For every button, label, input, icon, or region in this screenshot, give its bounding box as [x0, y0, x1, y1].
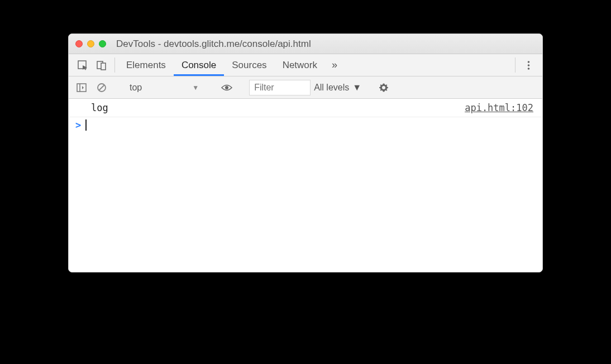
- live-expression-icon[interactable]: [218, 79, 235, 96]
- kebab-menu-icon[interactable]: [519, 54, 538, 76]
- divider: [114, 58, 115, 73]
- inspect-element-icon[interactable]: [73, 54, 92, 76]
- tab-sources[interactable]: Sources: [224, 54, 274, 76]
- log-entry[interactable]: log api.html:102: [69, 99, 542, 117]
- console-toolbar: top ▼ All levels ▼: [69, 76, 542, 99]
- tabbar: Elements Console Sources Network »: [69, 54, 542, 76]
- tab-console[interactable]: Console: [174, 54, 224, 76]
- svg-point-3: [527, 61, 529, 63]
- chevron-down-icon: ▼: [352, 83, 361, 93]
- divider: [515, 58, 515, 73]
- clear-console-icon[interactable]: [93, 79, 110, 96]
- svg-point-4: [527, 64, 529, 66]
- titlebar[interactable]: DevTools - devtools.glitch.me/console/ap…: [69, 34, 542, 54]
- log-message: log: [91, 102, 108, 113]
- sidebar-toggle-icon[interactable]: [73, 79, 90, 96]
- tab-elements[interactable]: Elements: [118, 54, 174, 76]
- tab-network[interactable]: Network: [275, 54, 325, 76]
- console-prompt[interactable]: >: [69, 117, 542, 133]
- devtools-window: DevTools - devtools.glitch.me/console/ap…: [68, 33, 543, 272]
- context-selector[interactable]: top ▼: [124, 79, 204, 96]
- prompt-chevron-icon: >: [75, 119, 81, 131]
- svg-rect-6: [77, 84, 86, 92]
- filter-input[interactable]: [249, 80, 311, 95]
- tabs-overflow-icon[interactable]: »: [325, 54, 344, 76]
- close-icon[interactable]: [75, 40, 83, 47]
- settings-icon[interactable]: [375, 79, 392, 96]
- minimize-icon[interactable]: [87, 40, 94, 47]
- svg-rect-2: [101, 63, 106, 70]
- svg-line-9: [99, 85, 104, 90]
- chevron-down-icon: ▼: [192, 84, 199, 92]
- context-label: top: [130, 83, 142, 93]
- device-mode-icon[interactable]: [92, 54, 111, 76]
- svg-point-5: [527, 68, 529, 70]
- maximize-icon[interactable]: [99, 40, 106, 47]
- window-title: DevTools - devtools.glitch.me/console/ap…: [116, 39, 311, 50]
- svg-point-11: [382, 86, 385, 89]
- traffic-lights: [75, 40, 106, 47]
- log-levels-selector[interactable]: All levels ▼: [314, 83, 361, 93]
- levels-label: All levels: [314, 83, 349, 93]
- svg-point-10: [225, 86, 228, 89]
- console-output: log api.html:102 >: [69, 99, 542, 272]
- log-source-link[interactable]: api.html:102: [465, 102, 533, 113]
- text-cursor: [85, 119, 87, 131]
